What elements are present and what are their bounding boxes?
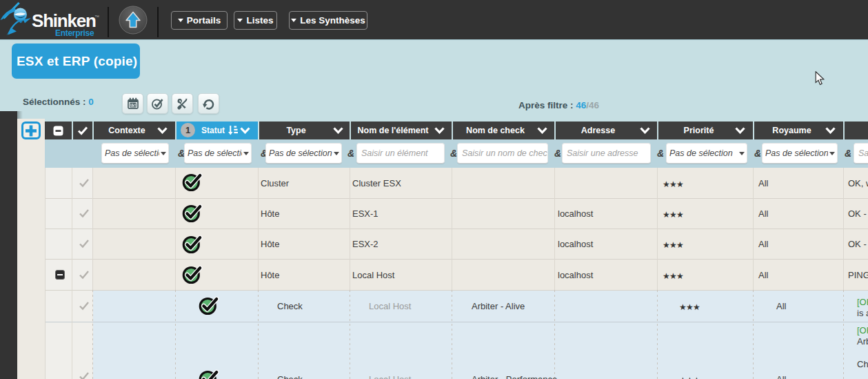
svg-text:™: ™ [94, 14, 99, 19]
svg-text:Enterprise: Enterprise [55, 28, 94, 38]
